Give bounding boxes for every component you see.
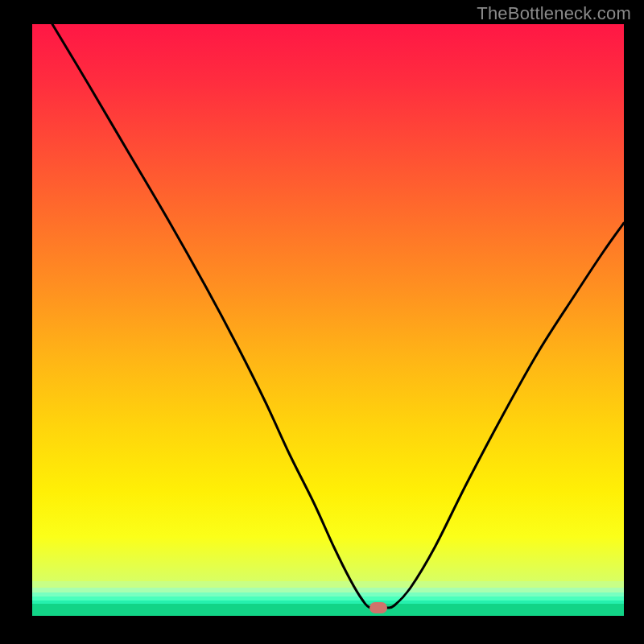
sweet-spot-marker [369, 602, 387, 613]
plot-area [32, 24, 624, 616]
watermark: TheBottleneck.com [477, 3, 631, 24]
bottleneck-curve [32, 24, 624, 616]
stage: TheBottleneck.com [0, 0, 644, 644]
bottleneck-curve-path [52, 24, 624, 609]
